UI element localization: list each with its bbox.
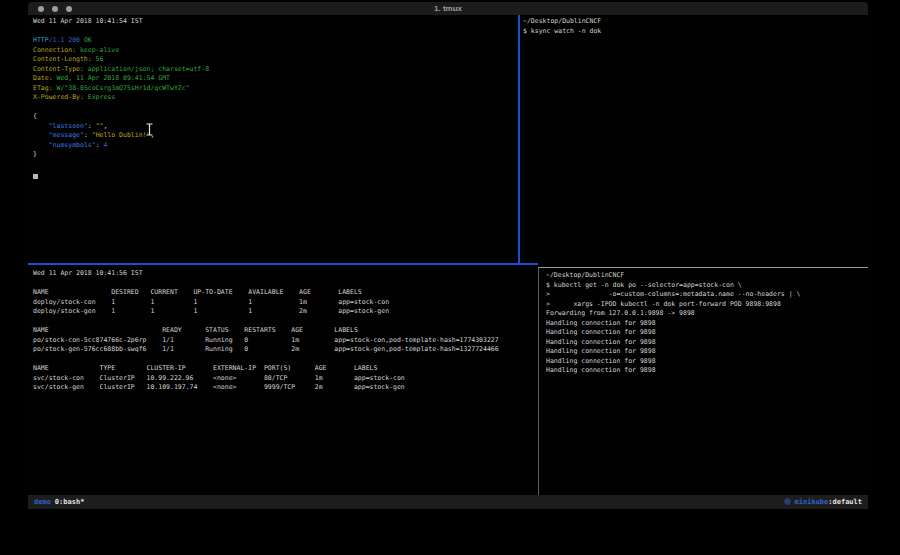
tmux-status-bar: demo 0:bash* minikube:default bbox=[28, 495, 868, 509]
json-close-brace: } bbox=[33, 150, 518, 160]
http-reason: OK bbox=[84, 36, 92, 44]
terminal-line: > -o=custom-columns=:metadata.name --no-… bbox=[546, 290, 868, 300]
terminal-line: Handling connection for 9898 bbox=[546, 366, 868, 376]
cwd: ~/Desktop/DublinCNCF bbox=[523, 17, 868, 27]
pane-border-vertical[interactable] bbox=[538, 268, 539, 495]
pane-ksync[interactable]: ~/Desktop/DublinCNCF $ ksync watch -n do… bbox=[520, 15, 868, 267]
kubernetes-icon bbox=[784, 498, 791, 507]
status-left: demo 0:bash* bbox=[34, 498, 84, 506]
terminal-line: Forwarding from 127.0.0.1:9898 -> 9898 bbox=[546, 309, 868, 319]
json-body: "lastseen": "", "message": "Hello Dublin… bbox=[33, 122, 518, 151]
http-header-line: ETag: W/"38-05coCsrg3mQ75sHr1d/qcWTwYZc" bbox=[33, 84, 518, 94]
http-header-line: X-Powered-By: Express bbox=[33, 93, 518, 103]
port-forward-output: $ kubectl get -n dok po --selector=app=s… bbox=[546, 281, 868, 376]
ksync-command: $ ksync watch -n dok bbox=[523, 27, 868, 37]
window-tab[interactable]: 0:bash* bbox=[55, 498, 85, 506]
http-keyword: HTTP bbox=[33, 36, 49, 44]
http-header-line: Connection: keep-alive bbox=[33, 46, 518, 56]
terminal-cursor bbox=[33, 174, 38, 179]
terminal-line: Handling connection for 9898 bbox=[546, 319, 868, 329]
active-pane-border-horizontal[interactable] bbox=[28, 263, 538, 265]
timestamp: Wed 11 Apr 2018 10:41:56 IST bbox=[33, 269, 538, 279]
terminal-line: > xargs -IPOD kubectl -n dok port-forwar… bbox=[546, 300, 868, 310]
titlebar: 1. tmux bbox=[28, 2, 868, 15]
cwd: ~/Desktop/DublinCNCF bbox=[546, 271, 868, 281]
session-name: demo bbox=[34, 498, 51, 506]
kube-context: minikube:default bbox=[795, 498, 862, 506]
json-entry-line: "lastseen": "", bbox=[33, 122, 518, 132]
terminal-line: $ kubectl get -n dok po --selector=app=s… bbox=[546, 281, 868, 291]
terminal-line: Handling connection for 9898 bbox=[546, 328, 868, 338]
pane-border-horizontal[interactable] bbox=[538, 267, 868, 268]
json-entry-line: "numsymbols": 4 bbox=[33, 141, 518, 151]
http-header-line: Date: Wed, 11 Apr 2018 09:41:54 GMT bbox=[33, 74, 518, 84]
timestamp: Wed 11 Apr 2018 10:41:54 IST bbox=[33, 17, 518, 27]
kubectl-watch-output: NAME DESIRED CURRENT UP-TO-DATE AVAILABL… bbox=[33, 279, 538, 393]
active-pane-border-vertical[interactable] bbox=[518, 15, 520, 263]
json-entry-line: "message": "Hello Dublin!", bbox=[33, 131, 518, 141]
http-headers: Connection: keep-aliveContent-Length: 56… bbox=[33, 46, 518, 103]
pane-port-forward[interactable]: ~/Desktop/DublinCNCF $ kubectl get -n do… bbox=[539, 268, 868, 495]
http-header-line: Content-Type: application/json; charset=… bbox=[33, 65, 518, 75]
terminal-body: Wed 11 Apr 2018 10:41:54 IST HTTP/1.1 20… bbox=[28, 15, 868, 495]
mouse-ibeam-cursor bbox=[145, 123, 154, 136]
window-title: 1. tmux bbox=[28, 4, 868, 13]
terminal-line: Handling connection for 9898 bbox=[546, 347, 868, 357]
terminal-line: Handling connection for 9898 bbox=[546, 338, 868, 348]
http-header-line: Content-Length: 56 bbox=[33, 55, 518, 65]
http-status-line: HTTP/1.1 200 OK bbox=[33, 36, 518, 46]
json-open-brace: { bbox=[33, 112, 518, 122]
pane-kubectl-watch[interactable]: Wed 11 Apr 2018 10:41:56 IST NAME DESIRE… bbox=[28, 265, 538, 495]
status-right: minikube:default bbox=[784, 498, 862, 507]
terminal-window: 1. tmux Wed 11 Apr 2018 10:41:54 IST HTT… bbox=[28, 2, 868, 509]
screen: 1. tmux Wed 11 Apr 2018 10:41:54 IST HTT… bbox=[0, 0, 900, 555]
terminal-line: Handling connection for 9898 bbox=[546, 357, 868, 367]
http-version-status: /1.1 200 bbox=[49, 36, 80, 44]
pane-http-response[interactable]: Wed 11 Apr 2018 10:41:54 IST HTTP/1.1 20… bbox=[28, 15, 518, 263]
